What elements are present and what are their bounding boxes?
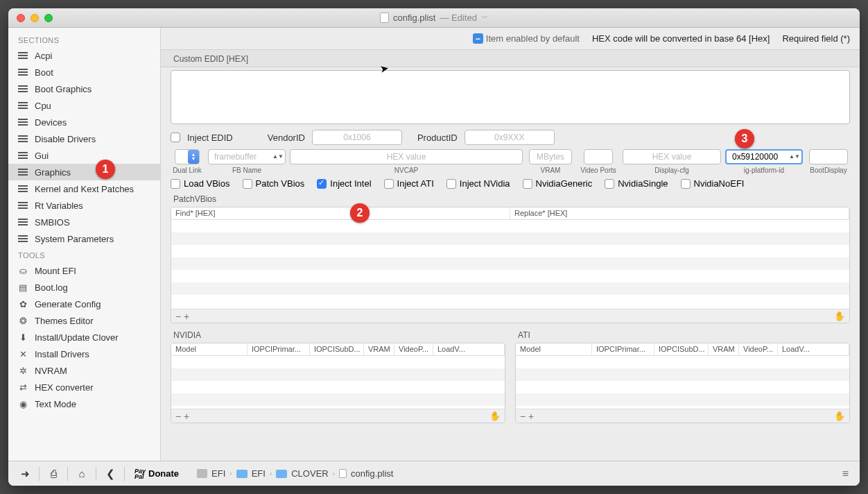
dual-link-select[interactable]: ▲▼ <box>175 149 200 164</box>
loadv-column[interactable]: LoadV... <box>433 343 505 355</box>
chevron-down-icon[interactable]: ﹀ <box>481 13 488 23</box>
drag-handle-icon[interactable]: ✋ <box>834 411 845 421</box>
iopci-sub-column[interactable]: IOPCISubD... <box>654 343 709 355</box>
enabled-hint: −Item enabled by default <box>473 33 580 44</box>
nvidia-noefi-checkbox[interactable] <box>681 179 691 189</box>
patch-vbios-checkbox[interactable] <box>243 179 252 189</box>
crumb-config[interactable]: config.plist <box>351 468 393 479</box>
sidebar-item-devices[interactable]: Devices <box>8 114 160 130</box>
add-row-button[interactable]: + <box>184 311 189 322</box>
replace-column[interactable]: Replace* [HEX] <box>510 207 849 219</box>
add-row-button[interactable]: + <box>184 411 189 422</box>
edid-textarea[interactable] <box>171 70 850 124</box>
sidebar-item-gui[interactable]: Gui <box>8 147 160 164</box>
vram-column[interactable]: VRAM <box>364 343 394 355</box>
sidebar-item-smbios[interactable]: SMBIOS <box>8 214 160 230</box>
sidebar-item-kernel-kext[interactable]: Kernel and Kext Patches <box>8 180 160 197</box>
load-vbios-checkbox[interactable] <box>171 179 180 189</box>
fb-name-select[interactable]: framebuffer▲▼ <box>208 149 286 164</box>
iopci-primary-column[interactable]: IOPCIPrimar... <box>592 343 654 355</box>
info-bar: −Item enabled by default HEX code will b… <box>161 28 860 50</box>
close-icon[interactable] <box>17 14 25 22</box>
crumb-efi-folder[interactable]: EFI <box>252 468 266 479</box>
inject-ati-label: Inject ATI <box>397 178 434 189</box>
drag-handle-icon[interactable]: ✋ <box>489 411 501 421</box>
download-icon: ⬇ <box>17 332 29 342</box>
remove-row-button[interactable]: − <box>520 411 526 422</box>
nvidia-single-checkbox[interactable] <box>605 179 614 189</box>
remove-row-button[interactable]: − <box>175 311 181 322</box>
sidebar-item-install-drivers[interactable]: ✕Install Drivers <box>8 346 160 362</box>
iopci-sub-column[interactable]: IOPCISubD... <box>310 343 364 355</box>
sidebar-item-generate-config[interactable]: ✿Generate Config <box>8 296 160 312</box>
crumb-efi-disk[interactable]: EFI <box>211 468 225 479</box>
sidebar-item-nvram[interactable]: ✲NVRAM <box>8 362 160 379</box>
list-icon <box>17 84 29 94</box>
nvidia-table[interactable]: Model IOPCIPrimar... IOPCISubD... VRAM V… <box>171 343 505 423</box>
zoom-icon[interactable] <box>44 14 53 22</box>
sidebar-item-themes-editor[interactable]: ❂Themes Editor <box>8 312 160 329</box>
ati-table[interactable]: Model IOPCIPrimar... IOPCISubD... VRAM V… <box>515 343 850 423</box>
vram-field[interactable]: MBytes <box>529 149 572 164</box>
custom-edid-title: Custom EDID [HEX] <box>161 50 860 67</box>
sidebar-heading-sections: SECTIONS <box>8 32 160 47</box>
remove-row-button[interactable]: − <box>175 411 181 422</box>
sidebar-item-mount-efi[interactable]: ⛀Mount EFI <box>8 262 160 279</box>
inject-intel-checkbox[interactable] <box>317 179 327 189</box>
export-icon[interactable]: ⎙ <box>44 464 63 484</box>
find-column[interactable]: Find* [HEX] <box>171 207 510 219</box>
vram-column[interactable]: VRAM <box>709 343 739 355</box>
sidebar-item-acpi[interactable]: Acpi <box>8 47 160 64</box>
home-icon[interactable]: ⌂ <box>72 464 92 484</box>
model-column[interactable]: Model <box>516 343 592 355</box>
add-row-button[interactable]: + <box>528 411 534 422</box>
sidebar-item-text-mode[interactable]: ◉Text Mode <box>8 395 160 412</box>
list-icon <box>17 101 29 110</box>
iopci-primary-column[interactable]: IOPCIPrimar... <box>248 343 310 355</box>
productid-field[interactable]: 0x9XXX <box>465 130 555 145</box>
videop-column[interactable]: VideoP... <box>739 343 778 355</box>
list-icon <box>17 217 29 227</box>
sidebar-item-system-parameters[interactable]: System Parameters <box>8 230 160 247</box>
app-window: config.plist — Edited ﹀ SECTIONS Acpi Bo… <box>8 8 860 486</box>
eye-icon: ◉ <box>17 399 29 409</box>
crumb-clover[interactable]: CLOVER <box>291 468 328 479</box>
sidebar-item-boot[interactable]: Boot <box>8 64 160 80</box>
minimize-icon[interactable] <box>31 14 39 22</box>
video-ports-field[interactable] <box>584 149 613 164</box>
sidebar-item-boot-graphics[interactable]: Boot Graphics <box>8 80 160 97</box>
display-cfg-label: Display-cfg <box>654 167 688 174</box>
nvidia-generic-checkbox[interactable] <box>523 179 532 189</box>
inject-nvidia-checkbox[interactable] <box>446 179 456 189</box>
ig-platform-id-label: ig-platform-id <box>744 167 784 174</box>
loadv-column[interactable]: LoadV... <box>778 343 849 355</box>
list-toggle-icon[interactable]: ≡ <box>842 468 849 480</box>
share-icon[interactable]: ❮ <box>101 464 120 484</box>
required-hint: Required field (*) <box>782 33 850 44</box>
patchvbios-table[interactable]: Find* [HEX] Replace* [HEX] − +✋ <box>171 207 850 323</box>
sidebar-item-disable-drivers[interactable]: Disable Drivers <box>8 130 160 147</box>
ig-platform-id-field[interactable]: 0x59120000▲▼ <box>725 149 803 164</box>
sidebar-item-boot-log[interactable]: ▤Boot.log <box>8 279 160 296</box>
nvcap-field[interactable]: HEX value <box>290 149 523 164</box>
inject-edid-checkbox[interactable] <box>171 133 180 142</box>
display-cfg-field[interactable]: HEX value <box>623 149 721 164</box>
inject-nvidia-label: Inject NVidia <box>460 178 510 189</box>
list-icon <box>17 67 29 77</box>
model-column[interactable]: Model <box>171 343 248 355</box>
videop-column[interactable]: VideoP... <box>394 343 433 355</box>
donate-button[interactable]: PayPalDonate <box>129 468 184 479</box>
sidebar-item-install-clover[interactable]: ⬇Install/Update Clover <box>8 329 160 346</box>
inject-ati-checkbox[interactable] <box>384 179 394 189</box>
sidebar-item-hex-converter[interactable]: ⇄HEX converter <box>8 379 160 395</box>
drag-handle-icon[interactable]: ✋ <box>834 311 845 321</box>
sidebar-item-graphics[interactable]: Graphics <box>8 164 160 180</box>
vendorid-field[interactable]: 0x1006 <box>312 130 402 145</box>
sidebar-item-cpu[interactable]: Cpu <box>8 97 160 114</box>
boot-display-field[interactable] <box>809 149 848 164</box>
import-icon[interactable]: ➜ <box>15 464 35 484</box>
minus-badge-icon: − <box>473 33 483 44</box>
annotation-badge-1: 1 <box>96 160 115 179</box>
sidebar-item-rt-variables[interactable]: Rt Variables <box>8 197 160 214</box>
paypal-icon: PayPal <box>134 468 146 479</box>
